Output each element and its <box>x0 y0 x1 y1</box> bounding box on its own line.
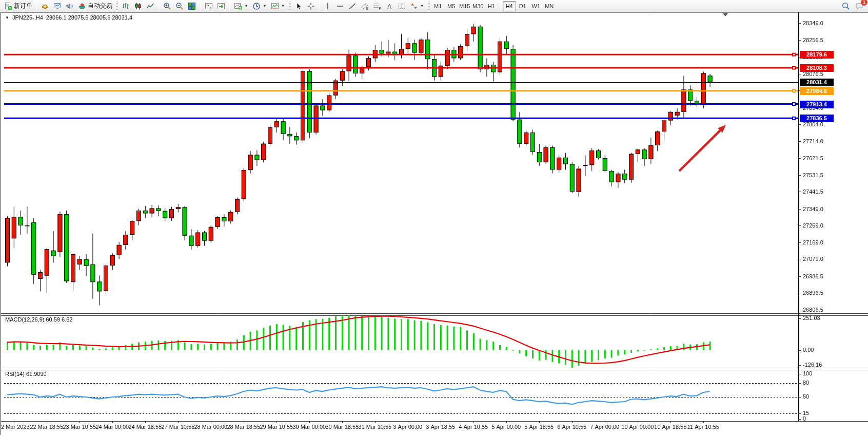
market-watch-button[interactable] <box>39 1 51 12</box>
fibo-icon: F <box>373 2 381 10</box>
timeframe-w1-button[interactable]: W1 <box>529 1 543 11</box>
chevron-down-icon[interactable]: ▼ <box>281 4 285 8</box>
chartplus-icon <box>234 2 242 10</box>
gold-icon <box>41 2 49 10</box>
chart-window: ▼ JPN225-,H4 28066.1 28075.6 28005.6 280… <box>0 12 868 435</box>
toolbar-separator <box>36 2 37 11</box>
chartshift-icon <box>217 2 225 10</box>
price-level-badge: 27984.8 <box>800 87 834 95</box>
timeframe-m15-button[interactable]: M15 <box>458 1 471 11</box>
timeframe-m1-button[interactable]: M1 <box>431 1 445 11</box>
timeframe-d1-button[interactable]: D1 <box>516 1 529 11</box>
cursor-tool-button[interactable] <box>292 1 305 12</box>
price-chart-canvas[interactable] <box>1 12 868 435</box>
autoscroll-icon <box>205 2 213 10</box>
timeframe-m5-button[interactable]: M5 <box>445 1 458 11</box>
labelT-icon: T <box>398 2 406 10</box>
channel-icon: E <box>361 2 369 10</box>
candle-chart-mode-button[interactable] <box>132 1 144 12</box>
price-level-badge: 28179.6 <box>800 51 834 59</box>
toolbar-separator <box>229 2 230 11</box>
chevron-down-icon[interactable]: ▼ <box>244 4 248 8</box>
auto-scroll-button[interactable] <box>203 1 215 12</box>
new-order-button-label: 新订单 <box>14 2 32 10</box>
ohlc-values: 28066.1 28075.6 28005.6 28031.4 <box>46 14 132 21</box>
tiles-icon <box>188 2 196 10</box>
periods-button[interactable]: ▼ <box>250 1 269 12</box>
auto-trading-button-label: 自动交易 <box>88 2 112 10</box>
bar-chart-mode-button[interactable] <box>120 1 132 12</box>
vline-tool-button[interactable] <box>322 1 334 12</box>
macd-indicator-label: MACD(12,26,9) 60.59 6.62 <box>5 316 72 323</box>
clock-icon <box>252 2 261 10</box>
channel-tool-button[interactable]: E <box>359 1 371 12</box>
timeframe-h1-button[interactable]: H1 <box>485 1 498 11</box>
timeframe-mn-button[interactable]: MN <box>543 1 556 11</box>
chevron-down-icon[interactable]: ▼ <box>420 4 424 8</box>
chevron-down-icon[interactable]: ▼ <box>263 4 267 8</box>
current-price-badge: 28031.4 <box>800 79 834 86</box>
search-button[interactable] <box>839 1 853 12</box>
cursor-icon <box>294 2 303 10</box>
svg-text:T: T <box>400 4 403 9</box>
timeframe-m30-button[interactable]: M30 <box>471 1 485 11</box>
toolbar-separator <box>159 2 159 11</box>
timeframe-h4-button[interactable]: H4 <box>503 1 516 11</box>
navigator-button[interactable] <box>51 1 64 12</box>
toolbar-separator <box>200 2 201 11</box>
price-level-badge: 27913.4 <box>800 101 834 108</box>
shapes-icon <box>410 2 418 10</box>
fibo-tool-button[interactable]: F <box>371 1 383 12</box>
trendline-tool-button[interactable] <box>346 1 359 12</box>
svg-text:E: E <box>366 7 369 10</box>
hline-tool-button[interactable] <box>334 1 346 12</box>
arrows-tool-button[interactable]: ▼ <box>408 1 426 12</box>
notification-count-badge: 1 <box>861 0 867 6</box>
chevron-down-icon[interactable]: ▼ <box>5 15 9 20</box>
price-level-badge: 27836.5 <box>800 115 834 122</box>
zoom-in-button[interactable] <box>161 1 173 12</box>
new-order-button[interactable]: 新订单 <box>2 1 34 12</box>
text-tool-button[interactable]: A <box>383 1 396 12</box>
doc-plus-icon <box>4 2 12 10</box>
crosshair-tool-button[interactable] <box>305 1 317 12</box>
zoom-out-button[interactable] <box>173 1 186 12</box>
hline-icon <box>336 2 344 10</box>
chart-shift-button[interactable] <box>215 1 227 12</box>
price-level-badge: 28108.3 <box>800 64 834 72</box>
indicators-button[interactable]: ▼ <box>269 1 287 12</box>
crosshair-icon <box>307 2 315 10</box>
pot-icon <box>78 2 86 10</box>
tile-windows-button[interactable] <box>186 1 198 12</box>
chart-title-bar: ▼ JPN225-,H4 28066.1 28075.6 28005.6 280… <box>5 14 132 21</box>
bars-icon <box>122 2 130 10</box>
toolbar-separator <box>500 2 501 11</box>
vline-icon <box>324 2 332 10</box>
toolbar-grip <box>116 2 118 11</box>
linechart-icon <box>146 2 154 10</box>
toolbar-separator <box>319 2 320 11</box>
new-chart-button[interactable]: ▼ <box>232 1 250 12</box>
toolbar: 新订单自动交易▼▼▼EFAT▼M1M5M15M30H1H4D1W1MN1 <box>0 0 868 12</box>
zoomin-icon <box>163 2 171 10</box>
notifications-button[interactable]: 1 <box>853 1 866 12</box>
label-tool-button[interactable]: T <box>396 1 408 12</box>
textA-icon: A <box>385 2 393 10</box>
indicator-icon <box>271 2 279 10</box>
svg-text:A: A <box>387 3 391 10</box>
zoomout-icon <box>175 2 184 10</box>
toolbar-grip <box>428 2 430 11</box>
speaker-icon <box>66 2 74 10</box>
auto-trading-button[interactable]: 自动交易 <box>76 1 114 12</box>
toolbar-grip <box>289 2 291 11</box>
rsi-indicator-label: RSI(14) 61.9090 <box>5 371 47 377</box>
svg-text:F: F <box>379 7 381 10</box>
alerts-button[interactable] <box>64 1 76 12</box>
symbol-timeframe-label: JPN225-,H4 <box>12 14 43 21</box>
candles-icon <box>134 2 142 10</box>
monitor-icon <box>53 2 62 10</box>
tline-icon <box>348 2 357 10</box>
line-chart-mode-button[interactable] <box>144 1 156 12</box>
